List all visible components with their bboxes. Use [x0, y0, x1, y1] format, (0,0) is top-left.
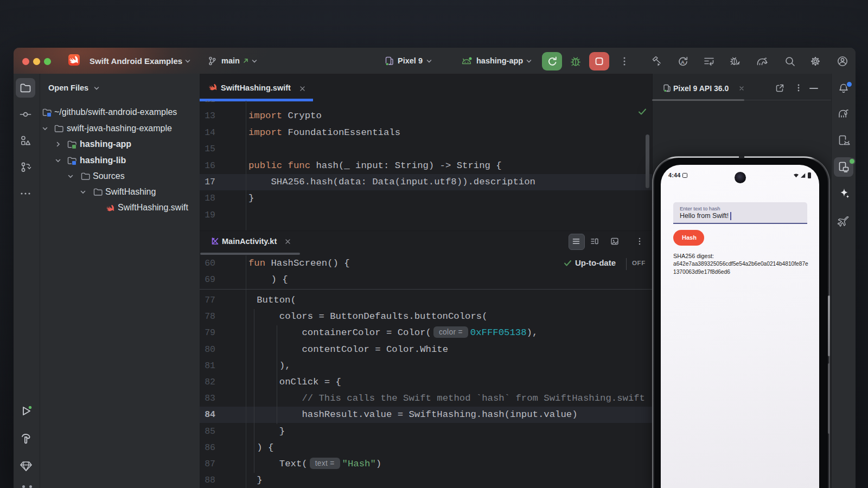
svg-text:A: A: [681, 59, 685, 65]
